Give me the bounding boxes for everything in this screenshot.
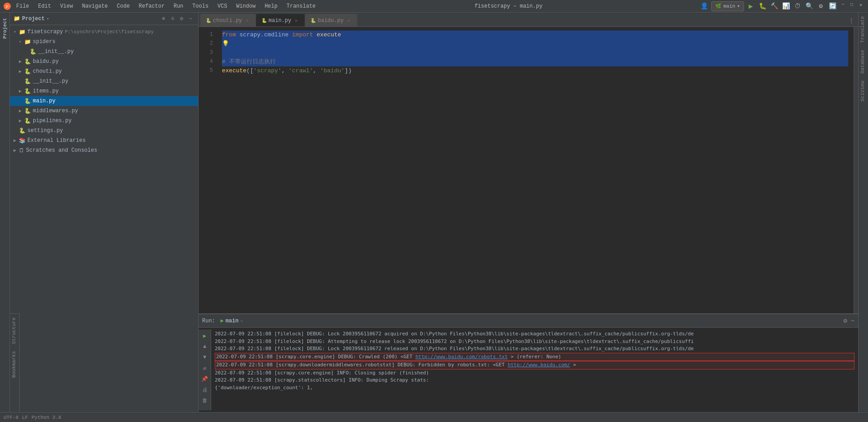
menu-tools[interactable]: Tools	[190, 2, 210, 10]
tab-label-chouti: chouti.py	[213, 18, 242, 24]
tab-baidu[interactable]: 🐍 baidu.py ✕	[305, 14, 357, 26]
console-output: ▶ ▲ ▼ ⇄ 📌 🖨 🗑 2022-07-09 22:51:08 [filel…	[199, 328, 858, 412]
keyword-from: from	[222, 31, 236, 40]
tree-item-ext-libs[interactable]: ▶ 📚 External Libraries	[10, 136, 198, 145]
console-link-1[interactable]: http://www.baidu.com/robots.txt	[416, 354, 508, 360]
scroll-up-button[interactable]: ▲	[200, 342, 209, 351]
str-crawl: 'crawl'	[288, 66, 313, 75]
maximize-button[interactable]: □	[848, 1, 855, 9]
run-again-button[interactable]: ▶	[200, 331, 209, 340]
main-area: Project 📁 Project ▾ ⊕ ≡ ⚙ − ▾ 📁 fisetscr…	[0, 13, 868, 412]
translate-panel-tab[interactable]: Translate	[859, 13, 868, 46]
build-button[interactable]: 🔨	[769, 1, 779, 11]
coverage-button[interactable]: 📊	[781, 1, 791, 11]
search-button[interactable]: 🔍	[804, 1, 814, 11]
tab-main[interactable]: 🐍 main.py ✕	[256, 14, 305, 26]
tree-item-settings[interactable]: 🐍 settings.py	[10, 126, 198, 136]
scroll-down-button[interactable]: ▼	[200, 353, 209, 362]
editor-tab-bar: 🐍 chouti.py ✕ 🐍 main.py ✕ 🐍 baidu.py ✕ ⋮	[199, 13, 858, 27]
tree-item-pipelines[interactable]: ▶ 🐍 pipelines.py	[10, 116, 198, 126]
console-line-4-highlighted: 2022-07-09 22:51:08 [scrapy.core.engine]…	[215, 353, 855, 361]
tree-item-init2[interactable]: 🐍 __init__.py	[10, 76, 198, 86]
run-tab-close[interactable]: ✕	[240, 318, 243, 324]
tree-label-scratches: Scratches and Consoles	[26, 147, 97, 154]
close-button[interactable]: ✕	[857, 1, 864, 9]
menu-view[interactable]: View	[58, 2, 75, 10]
tree-item-items[interactable]: ▶ 🐍 items.py	[10, 86, 198, 96]
code-line-5[interactable]: execute ([ 'scrapy' , 'crawl' , 'baidu' …	[222, 66, 848, 75]
run-tab-label: main	[226, 318, 239, 324]
wrap-button[interactable]: ⇄	[200, 364, 209, 373]
menu-help[interactable]: Help	[263, 2, 279, 10]
tab-more-button[interactable]: ⋮	[845, 15, 858, 26]
menu-vcs[interactable]: VCS	[216, 2, 229, 10]
bracket-close: ])	[345, 66, 352, 75]
str-baidu: 'baidu'	[320, 66, 345, 75]
clear-button[interactable]: 🗑	[200, 396, 209, 405]
python-icon-main: 🐍	[24, 98, 31, 105]
comment-text: # 不带运行日志执行	[222, 57, 276, 66]
tree-item-init1[interactable]: 🐍 __init__.py	[10, 47, 198, 57]
tab-chouti[interactable]: 🐍 chouti.py ✕	[200, 14, 256, 26]
update-button[interactable]: 🔄	[828, 1, 837, 11]
code-lines-area[interactable]: from scrapy.cmdline import execute 💡	[217, 27, 854, 313]
run-button[interactable]: ▶	[746, 1, 756, 11]
collapse-button[interactable]: ≡	[168, 15, 177, 23]
console-action-bar: ▶ ▲ ▼ ⇄ 📌 🖨 🗑	[199, 330, 211, 410]
options-button[interactable]: ⚙	[177, 15, 186, 23]
run-tab-main[interactable]: ▶ main ✕	[219, 316, 245, 325]
profile-button[interactable]: ⏱	[793, 1, 802, 11]
tree-item-scratches[interactable]: ▶ 🗒 Scratches and Consoles	[10, 145, 198, 155]
tree-label-init2: __init__.py	[33, 78, 68, 84]
menu-code[interactable]: Code	[115, 2, 132, 10]
tab-label-baidu: baidu.py	[318, 18, 344, 24]
menu-window[interactable]: Window	[235, 2, 257, 10]
project-panel-tab[interactable]: Project	[1, 14, 9, 42]
editor-scrollbar[interactable]	[854, 27, 858, 313]
console-line-1: 2022-07-09 22:51:08 [filelock] DEBUG: Lo…	[215, 330, 855, 338]
console-link-2[interactable]: http://www.baidu.com/	[508, 362, 570, 368]
menu-refactor[interactable]: Refactor	[137, 2, 167, 10]
title-bar: P File Edit View Navigate Code Refactor …	[0, 0, 868, 13]
tab-close-chouti[interactable]: ✕	[244, 18, 250, 24]
sciview-panel-tab[interactable]: SciView	[859, 77, 868, 105]
code-line-1[interactable]: from scrapy.cmdline import execute	[222, 31, 848, 40]
code-line-4[interactable]: # 不带运行日志执行	[222, 57, 848, 66]
tab-close-baidu[interactable]: ✕	[345, 18, 352, 24]
database-panel-tab[interactable]: Database	[859, 46, 868, 77]
menu-translate[interactable]: Translate	[285, 2, 318, 10]
expand-arrow-ext: ▶	[13, 138, 19, 143]
tree-item-middlewares[interactable]: ▶ 🐍 middlewares.py	[10, 106, 198, 116]
tree-item-root[interactable]: ▾ 📁 fisetscrapy P:\synchro\Project\fiset…	[10, 27, 198, 37]
tree-label-items: items.py	[33, 88, 59, 94]
menu-edit[interactable]: Edit	[36, 2, 53, 10]
minimize-button[interactable]: −	[839, 1, 846, 9]
locate-button[interactable]: ⊕	[159, 15, 168, 23]
hide-button[interactable]: −	[186, 15, 195, 23]
comma2: ,	[313, 66, 320, 75]
pin-button[interactable]: 📌	[200, 374, 209, 383]
execute-call: execute	[222, 66, 247, 75]
menu-navigate[interactable]: Navigate	[80, 2, 110, 10]
tree-item-baidu[interactable]: ▶ 🐍 baidu.py	[10, 57, 198, 66]
code-line-2[interactable]: 💡	[222, 40, 848, 48]
tree-label-init1: __init__.py	[38, 48, 74, 55]
code-line-3[interactable]	[222, 48, 848, 57]
debug-button[interactable]: 🐛	[757, 1, 767, 11]
menu-file[interactable]: File	[14, 2, 31, 10]
user-icon[interactable]: 👤	[700, 1, 709, 11]
tab-close-main[interactable]: ✕	[293, 18, 299, 24]
structure-panel-tab[interactable]: Structure	[10, 314, 19, 347]
run-panel-close-button[interactable]: −	[851, 317, 855, 325]
run-settings-button[interactable]: ⚙	[843, 317, 847, 325]
tree-item-chouti[interactable]: ▶ 🐍 chouti.py	[10, 66, 198, 76]
print-button[interactable]: 🖨	[200, 385, 209, 394]
console-text-after-link1: > (referer: None)	[511, 354, 562, 360]
menu-run[interactable]: Run	[172, 2, 185, 10]
tree-item-main[interactable]: 🐍 main.py	[10, 96, 198, 106]
settings-button[interactable]: ⚙	[816, 1, 826, 11]
branch-selector[interactable]: 🌿 main ▾	[711, 1, 744, 11]
tree-item-spiders[interactable]: ▾ 📁 spiders	[10, 37, 198, 47]
branch-name: main	[723, 4, 735, 9]
bookmarks-panel-tab[interactable]: Bookmarks	[10, 347, 19, 381]
